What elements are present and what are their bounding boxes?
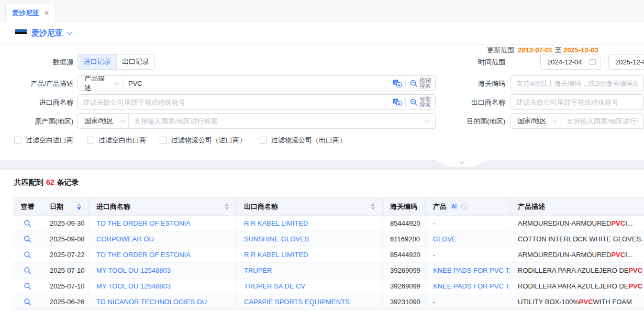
translate-icon[interactable]: 文A <box>393 80 402 87</box>
exporter-link[interactable]: R R KABEL LIMITED <box>244 219 308 227</box>
importer-cell: MY TOOL OU 12548803 <box>89 279 237 294</box>
view-cell[interactable] <box>13 263 42 278</box>
product-cell: KNEE PADS FOR PVC T... <box>426 263 510 278</box>
column-header-1[interactable]: 日期 <box>42 198 89 215</box>
table-row: 2025-07-10 MY TOOL OU 12548803 TRUPER 39… <box>13 263 644 279</box>
importer-link[interactable]: TO THE ORDER OF ESTONIA <box>96 219 191 227</box>
product-input[interactable] <box>123 80 393 87</box>
data-source-label: 数据源 <box>0 58 73 67</box>
column-header-3[interactable]: 出口商名称 <box>237 198 383 215</box>
import-records-tab[interactable]: 进口记录 <box>78 54 116 69</box>
sort-icons[interactable] <box>225 203 229 210</box>
update-from-date: 2012-07-01 <box>518 46 553 54</box>
chevron-down-icon[interactable] <box>67 29 72 35</box>
product-search-group: 产品描述 文A 模糊 搜索 <box>77 75 436 91</box>
product-label: 产品/产品描述 <box>0 79 73 88</box>
importer-link[interactable]: MY TOOL OU 12548803 <box>96 266 171 274</box>
country-name[interactable]: 爱沙尼亚 <box>31 28 63 38</box>
hs-code-input[interactable] <box>511 80 643 87</box>
highlighted-keyword: PVC <box>628 266 642 274</box>
importer-search-group: 文A 智能 搜索 <box>77 94 436 110</box>
date-cell: 2025-07-22 <box>42 247 89 262</box>
date-to-input[interactable]: 2025-12-03 <box>608 54 644 70</box>
column-header-2[interactable]: 进口商名称 <box>89 198 237 215</box>
product-value[interactable]: KNEE PADS FOR PVC T... <box>433 282 510 290</box>
view-magnifier-icon[interactable] <box>24 266 31 274</box>
update-to-date: 2025-12-03 <box>563 46 598 54</box>
hs-code-cell: 85444920 <box>383 247 426 262</box>
checkbox-icon[interactable] <box>160 137 167 144</box>
importer-label: 进口商名称 <box>0 98 73 107</box>
exporter-link[interactable]: CAPAPIE SPORTS EQUIPMENTS <box>244 298 350 306</box>
tab-estonia[interactable]: 爱沙尼亚 ✕ <box>5 4 56 21</box>
dest-country-group: 国家/地区 <box>510 113 644 129</box>
panel-divider <box>0 160 644 170</box>
table-row: 2025-09-08 CORPOWEAR OU SUNSHINE GLOVES … <box>13 231 644 247</box>
origin-country-group: 国家/地区 <box>77 113 436 129</box>
svg-text:A: A <box>397 102 401 106</box>
sort-icons[interactable] <box>371 203 375 210</box>
export-records-tab[interactable]: 出口记录 <box>116 54 154 69</box>
importer-link[interactable]: CORPOWEAR OU <box>96 235 154 243</box>
product-value[interactable]: GLOVE <box>433 235 457 243</box>
checkbox-icon[interactable] <box>87 137 94 144</box>
importer-link[interactable]: TO NICANOR TECHNOLOGIES OU <box>96 298 207 306</box>
exporter-link[interactable]: TRUPER <box>244 266 272 274</box>
importer-link[interactable]: TO THE ORDER OF ESTONIA <box>96 251 191 259</box>
dest-country-input[interactable] <box>561 117 643 125</box>
results-panel: 共匹配到62条记录 查看日期进口商名称出口商名称海关编码产品AIi产品描述 20… <box>0 170 644 311</box>
origin-country-select[interactable]: 国家/地区 <box>78 114 129 128</box>
view-cell[interactable] <box>13 216 42 231</box>
view-cell[interactable] <box>13 294 42 309</box>
product-value[interactable]: KNEE PADS FOR PVC T... <box>433 266 510 274</box>
magnifier-minus-icon <box>409 98 418 106</box>
ai-badge: AI <box>449 203 459 210</box>
view-magnifier-icon[interactable] <box>24 298 31 306</box>
view-magnifier-icon[interactable] <box>24 219 31 227</box>
exporter-input[interactable] <box>511 98 643 106</box>
view-cell[interactable] <box>13 247 42 262</box>
exporter-link[interactable]: SUNSHINE GLOVES <box>244 235 309 243</box>
fuzzy-search-button[interactable]: 模糊 搜索 <box>409 77 431 89</box>
checkbox-icon[interactable] <box>14 137 21 144</box>
view-magnifier-icon[interactable] <box>24 251 31 259</box>
filter-checkbox-1[interactable]: 过滤空白出口商 <box>87 136 146 145</box>
date-cell: 2025-07-10 <box>42 263 89 278</box>
country-header: 爱沙尼亚 <box>0 21 644 45</box>
importer-cell: CORPOWEAR OU <box>89 231 237 247</box>
exporter-link[interactable]: TRUPER SA DE CV <box>244 282 305 290</box>
translate-icon[interactable]: 文A <box>393 98 402 106</box>
close-icon[interactable]: ✕ <box>44 10 49 16</box>
chevron-down-icon <box>425 118 430 123</box>
filter-checkbox-3[interactable]: 过滤物流公司（出口商） <box>260 136 346 145</box>
importer-input[interactable] <box>78 98 393 106</box>
tab-bar: 爱沙尼亚 ✕ <box>0 0 644 21</box>
chevron-down-icon <box>460 160 464 164</box>
dest-country-select[interactable]: 国家/地区 <box>511 114 561 128</box>
view-cell[interactable] <box>13 279 42 294</box>
product-type-select[interactable]: 产品描述 <box>78 76 123 91</box>
results-summary: 共匹配到62条记录 <box>14 178 79 187</box>
product-value: - <box>433 219 435 227</box>
importer-link[interactable]: MY TOOL OU 12548803 <box>96 282 171 290</box>
importer-cell: TO THE ORDER OF ESTONIA <box>89 216 237 231</box>
table-row: 2025-07-22 TO THE ORDER OF ESTONIA R R K… <box>13 247 644 263</box>
checkbox-icon[interactable] <box>260 137 267 144</box>
view-magnifier-icon[interactable] <box>24 235 31 243</box>
filter-panel: 更新范围: 2012-07-01 至 2025-12-03 数据源 进口记录 出… <box>0 46 644 160</box>
date-from-input[interactable]: 2024-12-04 <box>540 54 601 70</box>
view-cell[interactable] <box>13 231 42 247</box>
sort-icons[interactable] <box>77 203 81 210</box>
exporter-cell: TRUPER <box>237 263 383 278</box>
view-magnifier-icon[interactable] <box>24 282 31 290</box>
exporter-cell: R R KABEL LIMITED <box>237 247 383 262</box>
column-header-4: 海关编码 <box>383 198 426 215</box>
exporter-link[interactable]: R R KABEL LIMITED <box>244 251 308 259</box>
origin-country-input[interactable] <box>129 117 422 125</box>
svg-text:A: A <box>397 83 401 87</box>
hs-code-cell: 61169200 <box>383 231 426 247</box>
info-icon[interactable]: i <box>461 203 468 210</box>
filter-checkbox-0[interactable]: 过滤空白进口商 <box>14 136 73 145</box>
filter-checkbox-2[interactable]: 过滤物流公司（进口商） <box>160 136 246 145</box>
smart-search-button[interactable]: 智能 搜索 <box>409 96 431 108</box>
